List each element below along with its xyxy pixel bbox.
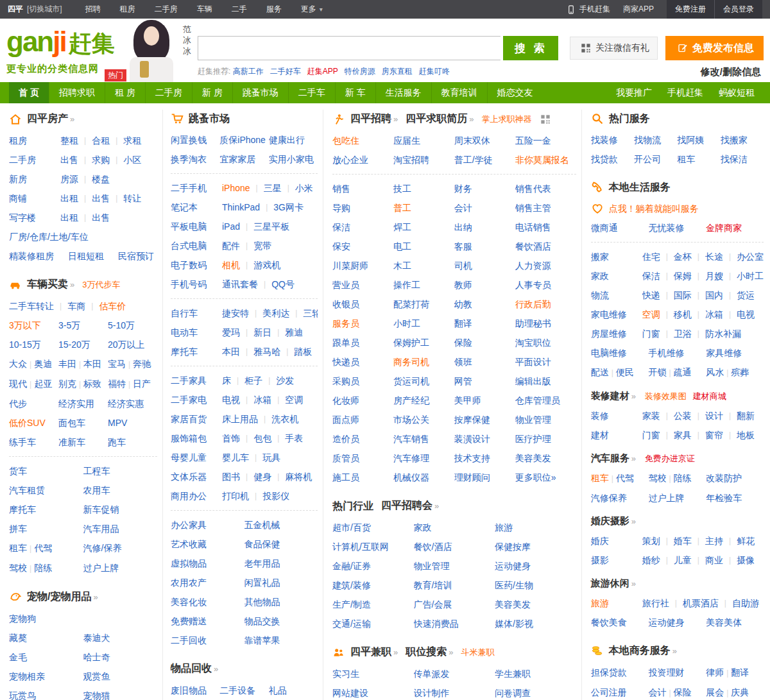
search-button[interactable]: 搜 索 — [503, 36, 558, 60]
link[interactable]: 建材 — [591, 430, 609, 440]
link[interactable]: 鲜花 — [737, 531, 755, 551]
section-promo-link[interactable]: 免费办进京证 — [645, 454, 695, 463]
link[interactable]: 汽车销售 — [393, 434, 429, 444]
link[interactable]: 奥迪 — [34, 359, 52, 369]
nav-tab[interactable]: 二手房 — [145, 82, 192, 103]
link[interactable]: 住宅 — [642, 247, 660, 266]
link[interactable]: 手表 — [285, 429, 303, 448]
link[interactable]: 汽修保养 — [591, 493, 627, 503]
link[interactable]: 健康出行 — [269, 135, 305, 145]
link[interactable]: 造价员 — [332, 434, 359, 444]
link[interactable]: 医药/生物 — [495, 580, 533, 590]
link[interactable]: 跟单员 — [332, 337, 359, 348]
link[interactable]: 3万以下 — [9, 320, 41, 330]
link[interactable]: 广告/会展 — [414, 599, 452, 610]
link[interactable]: 奔驰 — [133, 359, 151, 369]
link[interactable]: 编辑出版 — [515, 376, 551, 386]
link[interactable]: 防水补漏 — [705, 324, 741, 343]
link[interactable]: 拼车 — [9, 524, 27, 534]
link[interactable]: 五金机械 — [244, 520, 280, 530]
link[interactable]: 媒体/影视 — [495, 619, 533, 629]
link[interactable]: 找保洁 — [721, 154, 748, 164]
link[interactable]: 面包车 — [58, 418, 85, 428]
link[interactable]: 实习生 — [332, 669, 359, 679]
link[interactable]: 二手家具 — [171, 375, 207, 386]
link[interactable]: 3G网卡 — [273, 198, 304, 217]
link[interactable]: 厂房/仓库/土地/车位 — [9, 227, 89, 246]
link[interactable]: 其他物品 — [244, 597, 280, 607]
link[interactable]: 设计 — [705, 406, 723, 425]
link[interactable]: 商业 — [705, 551, 723, 570]
link[interactable]: 汽车修理 — [393, 453, 429, 463]
link[interactable]: 台式电脑 — [171, 241, 207, 251]
link[interactable]: 租车 — [677, 154, 695, 164]
link[interactable]: 保洁 — [332, 222, 350, 232]
link[interactable]: 标致 — [83, 379, 101, 389]
link[interactable]: 宠物猫 — [83, 690, 110, 700]
link[interactable]: 农用车 — [83, 485, 110, 495]
link[interactable]: 教师 — [454, 280, 472, 290]
link[interactable]: 装修 — [591, 411, 609, 421]
link[interactable]: 策划 — [642, 531, 660, 551]
mobile-ganji-link[interactable]: 手机赶集 — [563, 4, 610, 15]
link[interactable]: 陪练 — [34, 563, 52, 573]
link[interactable]: 营业员 — [332, 280, 359, 290]
link[interactable]: 雅马哈 — [253, 342, 280, 361]
link[interactable]: 旅游 — [591, 598, 609, 608]
link[interactable]: 藏獒 — [9, 633, 27, 643]
link[interactable]: 二手手机 — [171, 183, 207, 193]
link[interactable]: 服饰箱包 — [171, 433, 207, 443]
sub-section-title[interactable]: 婚庆摄影 — [591, 515, 636, 526]
link[interactable]: 10-15万 — [9, 339, 41, 350]
link[interactable]: 日租短租 — [68, 246, 104, 266]
link[interactable]: 司机 — [454, 260, 472, 271]
link[interactable]: 市场公关 — [393, 414, 429, 425]
link[interactable]: 质保iPhone — [219, 135, 266, 145]
link[interactable]: 投资理财 — [648, 667, 684, 678]
link[interactable]: 出纳 — [454, 222, 472, 232]
topbar-menu-item[interactable]: 招聘 — [85, 4, 101, 15]
link[interactable]: 会计 — [454, 203, 472, 213]
link[interactable]: 担保贷款 — [591, 667, 627, 678]
link[interactable]: 爱玛 — [222, 323, 240, 342]
link[interactable]: 电动车 — [171, 327, 198, 337]
link[interactable]: 洗衣机 — [271, 409, 298, 429]
link[interactable]: 转让 — [123, 189, 141, 208]
link[interactable]: 按摩保健 — [454, 414, 490, 425]
link[interactable]: 人力资源 — [515, 260, 551, 271]
link[interactable]: 美容美发 — [515, 453, 551, 463]
link[interactable]: 手机号码 — [171, 279, 207, 289]
link[interactable]: 金杯 — [674, 247, 692, 266]
recommend-link[interactable]: 赶集APP — [307, 67, 338, 76]
link[interactable]: 麻将机 — [285, 467, 312, 486]
link[interactable]: 川菜厨师 — [332, 260, 368, 271]
link[interactable]: 摄像 — [737, 551, 755, 570]
current-city[interactable]: 四平 — [8, 4, 23, 15]
link[interactable]: 办公家具 — [171, 520, 207, 530]
link[interactable]: 求租 — [123, 131, 141, 150]
link[interactable]: 焊工 — [393, 222, 411, 232]
link[interactable]: 餐饮酒店 — [515, 241, 551, 252]
link[interactable]: 微商通 — [591, 223, 618, 233]
link[interactable]: 主持 — [705, 531, 723, 551]
link[interactable]: 保洁 — [642, 266, 660, 286]
link[interactable]: 仓库管理员 — [515, 395, 560, 405]
link[interactable]: 首饰 — [222, 429, 240, 448]
link[interactable]: 礼品 — [269, 685, 287, 696]
link[interactable]: 相机 — [222, 255, 240, 275]
link[interactable]: 包吃住 — [332, 135, 359, 146]
nav-tab[interactable]: 新 车 — [335, 82, 375, 103]
section-title[interactable]: 跳蚤市场 — [189, 110, 230, 128]
link[interactable]: 办公室 — [737, 247, 764, 266]
link[interactable]: 家具 — [674, 425, 692, 445]
link[interactable]: 理财顾问 — [454, 472, 490, 482]
link[interactable]: 采购员 — [332, 376, 359, 386]
sub-section-title[interactable]: 汽车服务 — [591, 452, 636, 463]
nav-tab[interactable]: 婚恋交友 — [487, 82, 543, 103]
sub-section-title[interactable]: 装修建材 — [591, 390, 636, 401]
link[interactable]: 精装修租房 — [9, 246, 54, 266]
link[interactable]: 配菜打荷 — [393, 299, 429, 309]
link[interactable]: 销售主管 — [515, 203, 551, 213]
link[interactable]: 准新车 — [58, 437, 85, 447]
link[interactable]: 汽修/保养 — [83, 543, 122, 553]
